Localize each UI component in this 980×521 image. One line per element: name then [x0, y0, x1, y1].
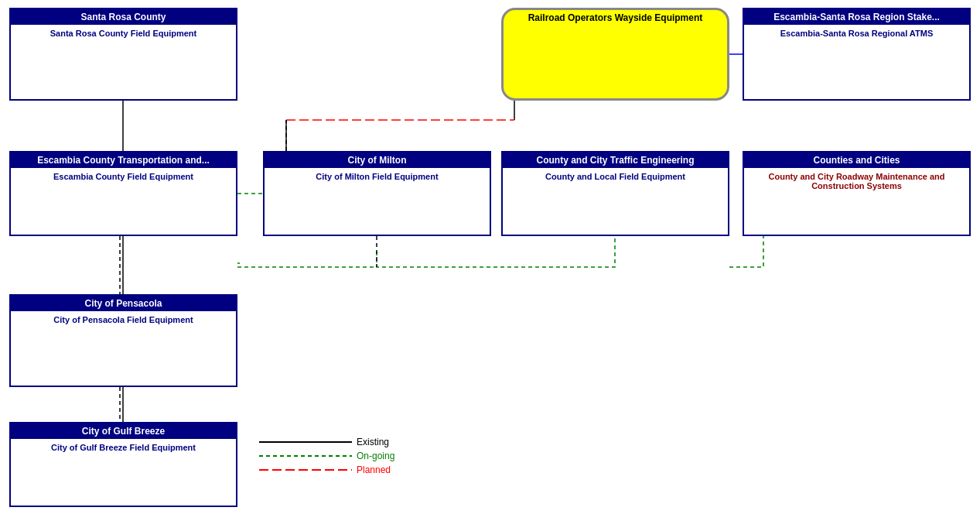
node-counties-cities-body: County and City Roadway Maintenance and …: [744, 168, 969, 194]
node-escambia-stake: Escambia-Santa Rosa Region Stake... Esca…: [743, 8, 971, 101]
node-escambia-stake-header: Escambia-Santa Rosa Region Stake...: [744, 9, 969, 25]
node-counties-cities: Counties and Cities County and City Road…: [743, 151, 971, 236]
node-santa-rosa: Santa Rosa County Santa Rosa County Fiel…: [9, 8, 237, 101]
node-counties-cities-header: Counties and Cities: [744, 153, 969, 168]
node-city-milton-header: City of Milton: [265, 153, 490, 168]
node-escambia-county: Escambia County Transportation and... Es…: [9, 151, 237, 236]
node-county-city-traffic-header: County and City Traffic Engineering: [503, 153, 728, 168]
node-escambia-county-header: Escambia County Transportation and...: [11, 153, 236, 168]
node-santa-rosa-body: Santa Rosa County Field Equipment: [11, 25, 236, 42]
node-county-city-traffic-body: County and Local Field Equipment: [503, 168, 728, 185]
node-city-pensacola-body: City of Pensacola Field Equipment: [11, 311, 236, 328]
node-city-milton-body: City of Milton Field Equipment: [265, 168, 490, 185]
node-city-gulf-breeze-header: City of Gulf Breeze: [11, 423, 236, 439]
legend-planned-label: Planned: [357, 464, 391, 475]
node-railroad: Railroad Operators Wayside Equipment: [501, 8, 729, 101]
legend: Existing On-going Planned: [259, 437, 394, 478]
legend-existing-line: [259, 439, 352, 445]
legend-ongoing: On-going: [259, 451, 394, 461]
node-city-pensacola-header: City of Pensacola: [11, 296, 236, 311]
legend-planned: Planned: [259, 464, 394, 475]
node-county-city-traffic: County and City Traffic Engineering Coun…: [501, 151, 729, 236]
legend-ongoing-line: [259, 453, 352, 459]
legend-existing: Existing: [259, 437, 394, 447]
node-escambia-stake-body: Escambia-Santa Rosa Regional ATMS: [744, 25, 969, 42]
node-city-gulf-breeze: City of Gulf Breeze City of Gulf Breeze …: [9, 422, 237, 507]
node-railroad-body: [504, 26, 727, 33]
node-santa-rosa-header: Santa Rosa County: [11, 9, 236, 25]
node-city-milton: City of Milton City of Milton Field Equi…: [263, 151, 491, 236]
legend-ongoing-label: On-going: [357, 451, 394, 461]
legend-planned-line: [259, 467, 352, 473]
node-escambia-county-body: Escambia County Field Equipment: [11, 168, 236, 185]
node-city-pensacola: City of Pensacola City of Pensacola Fiel…: [9, 294, 237, 387]
node-city-gulf-breeze-body: City of Gulf Breeze Field Equipment: [11, 439, 236, 456]
diagram-container: Santa Rosa County Santa Rosa County Fiel…: [0, 0, 980, 521]
legend-existing-label: Existing: [357, 437, 389, 447]
node-railroad-header: Railroad Operators Wayside Equipment: [504, 10, 727, 26]
